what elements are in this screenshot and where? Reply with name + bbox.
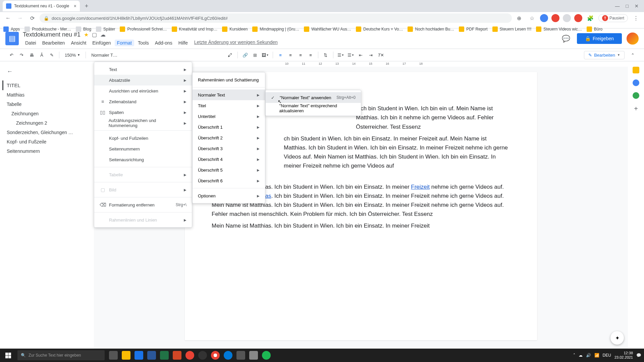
taskbar-edge-icon[interactable] bbox=[222, 349, 234, 361]
taskbar-app-icon[interactable] bbox=[248, 349, 260, 361]
spellcheck-icon[interactable]: Ǎ bbox=[37, 50, 46, 60]
menu-ansicht[interactable]: Ansicht bbox=[68, 40, 89, 46]
bookmark-item[interactable]: Steuern Lesen !!!! bbox=[492, 26, 532, 32]
paragraph-style-item[interactable]: Überschrift 6▶ bbox=[193, 175, 265, 186]
link-icon[interactable]: 🔗 bbox=[240, 50, 250, 60]
menu-bearbeiten[interactable]: Bearbeiten bbox=[40, 40, 67, 46]
url-bar[interactable]: 🔒 docs.google.com/document/d/1hUH8k6h7Lb… bbox=[40, 13, 512, 23]
zoom-icon[interactable]: ⊕ bbox=[515, 13, 524, 23]
taskbar-chrome-icon[interactable] bbox=[209, 349, 221, 361]
tray-notifications-icon[interactable]: 💬 bbox=[636, 353, 641, 358]
bookmark-item[interactable]: Apps bbox=[3, 26, 20, 32]
align-left-icon[interactable]: ≡ bbox=[276, 50, 285, 60]
paragraph-style-item[interactable]: Normaler Text▶ bbox=[193, 89, 265, 100]
bookmark-item[interactable]: Noch hochladen Bu… bbox=[408, 26, 454, 32]
highlight-icon[interactable]: 🖍 bbox=[225, 50, 235, 60]
bulleted-list-icon[interactable]: ☰ ▼ bbox=[346, 50, 356, 60]
format-menu-item[interactable]: Seitenausrichtung bbox=[94, 154, 192, 165]
editing-mode-button[interactable]: ✎ Bearbeiten ▼ bbox=[584, 51, 625, 59]
paragraph-style-item[interactable]: Titel▶ bbox=[193, 100, 265, 111]
align-center-icon[interactable]: ≡ bbox=[286, 50, 295, 60]
outline-item[interactable]: Matthias bbox=[7, 90, 87, 100]
profile-paused-button[interactable]: T Pausiert bbox=[598, 14, 628, 22]
paragraph-style-item[interactable]: Überschrift 4▶ bbox=[193, 154, 265, 165]
zoom-dropdown[interactable]: 150% ▼ bbox=[62, 50, 83, 60]
minimize-icon[interactable]: — bbox=[615, 3, 620, 9]
docs-logo[interactable]: ▤ bbox=[5, 32, 19, 45]
menu-icon[interactable]: ⋮ bbox=[631, 13, 641, 23]
keep-icon[interactable] bbox=[633, 67, 639, 73]
format-menu-item[interactable]: Absatzstile▶ bbox=[94, 75, 192, 85]
collapse-icon[interactable]: ⌃ bbox=[628, 50, 637, 60]
format-menu-item[interactable]: ≡Zeilenabstand▶ bbox=[94, 96, 192, 107]
format-menu-item[interactable]: Kopf- und Fußzeilen bbox=[94, 133, 192, 143]
comment-history-icon[interactable]: 💬 bbox=[560, 33, 572, 45]
tasks-icon[interactable] bbox=[633, 79, 639, 86]
format-menu-item[interactable]: Ausrichten und einrücken▶ bbox=[94, 85, 192, 96]
star-bookmark-icon[interactable]: ☆ bbox=[527, 13, 537, 23]
clear-formatting-icon[interactable]: T✕ bbox=[376, 50, 386, 60]
bookmark-item[interactable]: Wahlfächer WU Aus… bbox=[304, 26, 351, 32]
redo-icon[interactable]: ↷ bbox=[17, 50, 26, 60]
taskbar-app-icon[interactable] bbox=[120, 349, 132, 361]
line-spacing-icon[interactable]: ⇅ bbox=[321, 50, 330, 60]
undo-icon[interactable]: ↶ bbox=[7, 50, 16, 60]
back-icon[interactable]: ← bbox=[3, 13, 13, 23]
star-icon[interactable]: ★ bbox=[84, 32, 89, 38]
profile-avatar[interactable] bbox=[627, 33, 639, 45]
add-comment-icon[interactable]: ⊞ bbox=[251, 50, 260, 60]
outline-item[interactable]: Tabelle bbox=[7, 100, 87, 109]
numbered-list-icon[interactable]: ☰ ▼ bbox=[336, 50, 345, 60]
extension-icon[interactable] bbox=[563, 14, 571, 22]
taskbar-word-icon[interactable] bbox=[146, 349, 158, 361]
paragraph-style-item[interactable]: Überschrift 1▶ bbox=[193, 122, 265, 132]
move-folder-icon[interactable]: ▢ bbox=[92, 32, 97, 38]
explore-button[interactable]: ✦ bbox=[610, 331, 624, 345]
paragraph-style-item[interactable]: Optionen▶ bbox=[193, 190, 265, 201]
forward-icon[interactable]: → bbox=[15, 13, 25, 23]
taskbar-app-icon[interactable] bbox=[197, 349, 209, 361]
style-action-item[interactable]: "Normaler Text" entsprechend aktualisier… bbox=[266, 103, 361, 114]
menu-hilfe[interactable]: Hilfe bbox=[176, 40, 190, 46]
taskbar-spotify-icon[interactable] bbox=[260, 349, 272, 361]
browser-tab[interactable]: Textdokument neu #1 - Google × bbox=[3, 1, 80, 11]
align-justify-icon[interactable]: ≡ bbox=[306, 50, 315, 60]
taskbar-excel-icon[interactable] bbox=[158, 349, 170, 361]
outline-item[interactable]: Sonderzeichen, Gleichungen … bbox=[7, 128, 87, 137]
bookmark-item[interactable]: PDF Report bbox=[459, 26, 487, 32]
decrease-indent-icon[interactable]: ⇤ bbox=[356, 50, 366, 60]
paint-format-icon[interactable]: ✎ bbox=[47, 50, 56, 60]
tray-lang[interactable]: DEU bbox=[603, 353, 611, 358]
paragraph-style-item[interactable]: Untertitel▶ bbox=[193, 111, 265, 122]
bookmark-item[interactable]: Deutsche Kurs + Vo… bbox=[356, 26, 403, 32]
taskbar-app-icon[interactable] bbox=[133, 349, 145, 361]
extension-icon[interactable] bbox=[574, 14, 582, 22]
format-menu-item[interactable]: Text▶ bbox=[94, 64, 192, 75]
taskbar-app-icon[interactable] bbox=[235, 349, 247, 361]
format-menu-item[interactable]: Seitennummern bbox=[94, 143, 192, 154]
start-button[interactable] bbox=[0, 349, 16, 362]
tray-chevron-icon[interactable]: ˄ bbox=[573, 353, 575, 358]
format-menu-item[interactable]: Aufzählungszeichen und Nummerierung▶ bbox=[94, 118, 192, 128]
reload-icon[interactable]: ⟳ bbox=[28, 13, 37, 23]
close-tab-icon[interactable]: × bbox=[74, 3, 76, 9]
menu-datei[interactable]: Datei bbox=[23, 40, 39, 46]
outline-back-icon[interactable]: ← bbox=[7, 68, 87, 75]
bookmark-item[interactable]: Büro bbox=[587, 26, 602, 32]
extensions-icon[interactable]: 🧩 bbox=[586, 13, 595, 23]
paragraph-style-item[interactable]: Rahmenlinien und Schattierung bbox=[193, 74, 265, 85]
taskbar-ppt-icon[interactable] bbox=[171, 349, 183, 361]
format-menu-item[interactable]: ▯▯Spalten▶ bbox=[94, 107, 192, 118]
extension-icon[interactable] bbox=[540, 14, 548, 22]
menu-format[interactable]: Format bbox=[115, 40, 134, 46]
close-window-icon[interactable]: ✕ bbox=[635, 3, 639, 9]
outline-item[interactable]: Kopf- und Fußzeile bbox=[7, 137, 87, 146]
menu-tools[interactable]: Tools bbox=[136, 40, 151, 46]
maximize-icon[interactable]: □ bbox=[626, 3, 629, 9]
outline-item[interactable]: Zeichnungen bbox=[7, 109, 87, 118]
taskbar-search[interactable]: 🔍 Zur Suche Text hier eingeben bbox=[17, 350, 105, 360]
format-menu-item[interactable]: ⌫Formatierung entfernenStrg+\ bbox=[94, 199, 192, 210]
image-icon[interactable]: 🖼 ▼ bbox=[261, 50, 270, 60]
tray-volume-icon[interactable]: 🔊 bbox=[586, 353, 591, 358]
document-title[interactable]: Textdokument neu #1 bbox=[23, 31, 80, 38]
